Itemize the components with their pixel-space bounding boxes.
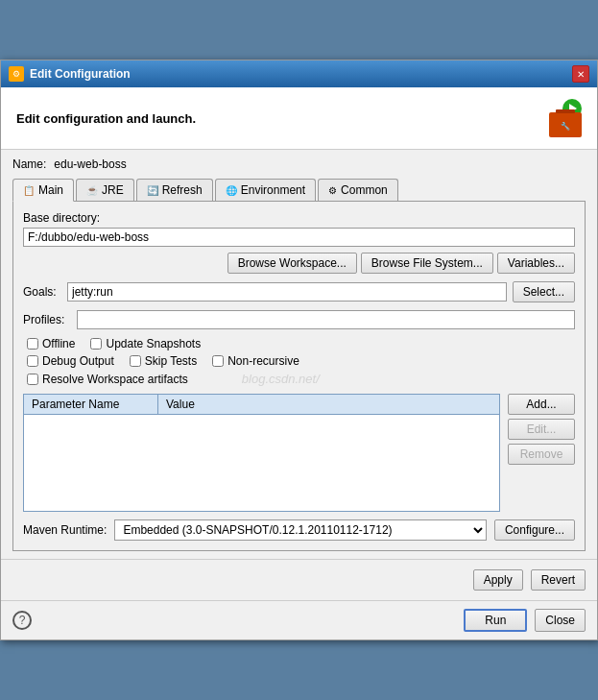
profiles-row: Profiles: bbox=[23, 310, 575, 329]
profiles-label: Profiles: bbox=[23, 313, 71, 326]
update-snapshots-checkbox[interactable] bbox=[90, 338, 102, 350]
watermark: blog.csdn.net/ bbox=[242, 372, 320, 386]
directory-buttons: Browse Workspace... Browse File System..… bbox=[23, 253, 575, 274]
debug-output-checkbox[interactable] bbox=[27, 355, 38, 367]
header-title: Edit configuration and launch. bbox=[16, 111, 196, 126]
col-header-parameter-name: Parameter Name bbox=[24, 395, 158, 414]
help-button[interactable]: ? bbox=[12, 611, 32, 630]
update-snapshots-label: Update Snapshots bbox=[106, 337, 201, 350]
skip-tests-checkbox[interactable] bbox=[130, 355, 141, 367]
tab-common[interactable]: ⚙ Common bbox=[318, 179, 398, 201]
checkbox-row-1: Offline Update Snapshots bbox=[27, 337, 575, 350]
base-dir-input[interactable] bbox=[23, 228, 575, 247]
col-header-value: Value bbox=[158, 395, 203, 414]
resolve-workspace-checkbox-label[interactable]: Resolve Workspace artifacts bbox=[27, 373, 188, 386]
goals-input[interactable] bbox=[67, 282, 507, 302]
non-recursive-checkbox-label[interactable]: Non-recursive bbox=[212, 354, 299, 368]
tab-refresh[interactable]: 🔄 Refresh bbox=[136, 179, 213, 201]
non-recursive-checkbox[interactable] bbox=[212, 355, 224, 367]
close-window-button[interactable]: ✕ bbox=[572, 65, 589, 83]
close-button[interactable]: Close bbox=[535, 609, 586, 632]
offline-checkbox-label[interactable]: Offline bbox=[27, 337, 75, 350]
edit-parameter-button[interactable]: Edit... bbox=[508, 419, 575, 440]
checkbox-row-2: Debug Output Skip Tests Non-recursive bbox=[27, 354, 575, 368]
tab-main[interactable]: 📋 Main bbox=[12, 179, 74, 202]
name-label: Name: bbox=[12, 157, 46, 171]
title-bar: ⚙ Edit Configuration ✕ bbox=[1, 60, 597, 87]
goals-row: Goals: Select... bbox=[23, 281, 575, 302]
apply-revert-buttons: Apply Revert bbox=[1, 559, 597, 600]
apply-button[interactable]: Apply bbox=[473, 569, 523, 591]
header-area: Edit configuration and launch. 🔧 bbox=[1, 87, 597, 150]
refresh-tab-icon: 🔄 bbox=[147, 185, 158, 196]
tab-main-label: Main bbox=[38, 183, 63, 197]
run-button[interactable]: Run bbox=[464, 609, 527, 632]
update-snapshots-checkbox-label[interactable]: Update Snapshots bbox=[90, 337, 201, 350]
browse-workspace-button[interactable]: Browse Workspace... bbox=[227, 253, 357, 274]
footer: ? Run Close bbox=[1, 600, 597, 640]
select-button[interactable]: Select... bbox=[513, 281, 575, 302]
configure-button[interactable]: Configure... bbox=[494, 519, 575, 541]
tab-jre-label: JRE bbox=[102, 183, 124, 197]
footer-buttons: Run Close bbox=[464, 609, 586, 632]
environment-tab-icon: 🌐 bbox=[226, 185, 237, 196]
revert-button[interactable]: Revert bbox=[531, 569, 586, 591]
goals-label: Goals: bbox=[23, 285, 61, 299]
base-dir-label: Base directory: bbox=[23, 211, 575, 225]
main-tab-icon: 📋 bbox=[23, 185, 35, 196]
name-row: Name: edu-web-boss bbox=[12, 157, 586, 171]
tab-content-main: Base directory: Browse Workspace... Brow… bbox=[12, 202, 586, 551]
header-icon: 🔧 bbox=[536, 99, 582, 137]
remove-parameter-button[interactable]: Remove bbox=[508, 444, 575, 465]
profiles-input[interactable] bbox=[77, 310, 575, 329]
edit-configuration-dialog: ⚙ Edit Configuration ✕ Edit configuratio… bbox=[0, 60, 598, 640]
non-recursive-label: Non-recursive bbox=[227, 354, 299, 368]
tabs: 📋 Main ☕ JRE 🔄 Refresh 🌐 Environment ⚙ C… bbox=[12, 179, 586, 202]
parameter-table: Parameter Name Value bbox=[23, 394, 500, 512]
main-content: Name: edu-web-boss 📋 Main ☕ JRE 🔄 Refres… bbox=[1, 150, 597, 559]
common-tab-icon: ⚙ bbox=[328, 185, 337, 196]
parameter-table-area: Parameter Name Value Add... Edit... Remo… bbox=[23, 394, 575, 512]
window-title: Edit Configuration bbox=[30, 67, 131, 81]
tab-refresh-label: Refresh bbox=[162, 183, 203, 197]
tab-environment-label: Environment bbox=[241, 183, 305, 197]
window-icon: ⚙ bbox=[9, 66, 24, 82]
table-action-buttons: Add... Edit... Remove bbox=[508, 394, 575, 512]
maven-runtime-select[interactable]: Embedded (3.0-SNAPSHOT/0.12.1.20110112-1… bbox=[114, 519, 487, 541]
jre-tab-icon: ☕ bbox=[86, 185, 98, 196]
resolve-workspace-label: Resolve Workspace artifacts bbox=[42, 373, 188, 386]
tab-jre[interactable]: ☕ JRE bbox=[76, 179, 134, 201]
resolve-workspace-checkbox[interactable] bbox=[27, 374, 38, 385]
variables-button[interactable]: Variables... bbox=[497, 253, 575, 274]
offline-label: Offline bbox=[42, 337, 75, 350]
add-parameter-button[interactable]: Add... bbox=[508, 394, 575, 415]
table-body bbox=[24, 415, 499, 511]
skip-tests-label: Skip Tests bbox=[145, 354, 197, 368]
debug-output-checkbox-label[interactable]: Debug Output bbox=[27, 354, 114, 368]
browse-filesystem-button[interactable]: Browse File System... bbox=[361, 253, 493, 274]
name-value: edu-web-boss bbox=[54, 157, 126, 171]
toolbox-icon: 🔧 bbox=[549, 112, 582, 137]
maven-runtime-label: Maven Runtime: bbox=[23, 523, 107, 537]
checkboxes-area: Offline Update Snapshots Debug Output Sk… bbox=[23, 337, 575, 386]
checkbox-row-3: Resolve Workspace artifacts blog.csdn.ne… bbox=[27, 372, 575, 386]
maven-runtime-row: Maven Runtime: Embedded (3.0-SNAPSHOT/0.… bbox=[23, 519, 575, 541]
skip-tests-checkbox-label[interactable]: Skip Tests bbox=[130, 354, 197, 368]
table-header: Parameter Name Value bbox=[24, 395, 499, 415]
toolbox-handle bbox=[556, 109, 575, 113]
debug-output-label: Debug Output bbox=[42, 354, 114, 368]
tab-common-label: Common bbox=[341, 183, 388, 197]
tab-environment[interactable]: 🌐 Environment bbox=[215, 179, 316, 201]
offline-checkbox[interactable] bbox=[27, 338, 38, 350]
